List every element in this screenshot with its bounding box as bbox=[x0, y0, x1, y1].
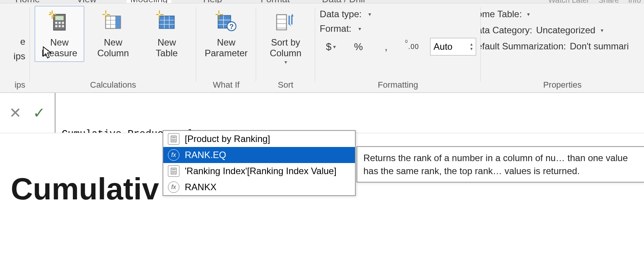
svg-rect-23 bbox=[116, 16, 121, 28]
ribbon-group-properties: Home Table: ▾ Data Category: Uncategoriz… bbox=[481, 3, 644, 92]
relationships-button-fragment-2[interactable]: ips bbox=[13, 51, 25, 62]
sort-group-label: Sort bbox=[278, 80, 293, 90]
ribbon-group-relationships: e ips ips bbox=[0, 3, 30, 92]
format-label: Format: bbox=[320, 23, 352, 34]
svg-point-65 bbox=[174, 172, 175, 173]
tab-help[interactable]: Help bbox=[203, 0, 222, 3]
svg-line-5 bbox=[53, 15, 54, 17]
new-column-button[interactable]: New Column bbox=[88, 6, 138, 62]
tab-format[interactable]: Format bbox=[261, 0, 290, 3]
svg-point-53 bbox=[173, 139, 174, 140]
tab-view[interactable]: View bbox=[77, 0, 97, 3]
ribbon-group-whatif: ? New Parameter What If bbox=[196, 3, 256, 92]
svg-point-56 bbox=[173, 140, 174, 141]
sparkle-icon bbox=[101, 10, 111, 20]
tab-home[interactable]: Home bbox=[15, 0, 40, 3]
calculator-icon bbox=[47, 10, 72, 34]
new-table-button[interactable]: New Table bbox=[142, 6, 192, 62]
svg-rect-13 bbox=[62, 25, 64, 27]
home-table-dropdown[interactable]: ▾ bbox=[527, 11, 530, 17]
decimal-places-input[interactable]: ▲ ▼ bbox=[430, 38, 476, 55]
function-icon: fx bbox=[168, 181, 179, 193]
format-dropdown[interactable]: ▾ bbox=[358, 26, 361, 32]
svg-rect-12 bbox=[59, 25, 61, 27]
intellisense-item[interactable]: [Product by Ranking] bbox=[163, 131, 355, 147]
formula-input[interactable]: Cumulative Product Sales = VAR IndexRank… bbox=[55, 93, 644, 133]
ribbon: e ips ips New Measure bbox=[0, 3, 644, 93]
sparkle-icon bbox=[47, 10, 57, 20]
column-icon bbox=[101, 10, 125, 34]
decimal-places-field[interactable] bbox=[430, 38, 467, 55]
svg-point-54 bbox=[174, 139, 175, 140]
default-summarization-label: Default Summarization: bbox=[481, 41, 566, 52]
properties-group-label: Properties bbox=[543, 80, 582, 90]
default-summarization-value[interactable]: Don't summari bbox=[570, 41, 629, 52]
intellisense-item-label: RANKX bbox=[185, 182, 217, 193]
svg-point-62 bbox=[174, 171, 175, 172]
sparkle-icon bbox=[214, 10, 224, 20]
new-parameter-label: New Parameter bbox=[205, 37, 248, 58]
svg-rect-9 bbox=[59, 22, 61, 24]
thousands-separator-button[interactable]: , bbox=[375, 38, 397, 55]
calculations-group-label: Calculations bbox=[90, 80, 136, 90]
svg-point-52 bbox=[172, 139, 173, 140]
svg-point-57 bbox=[174, 140, 175, 141]
svg-marker-48 bbox=[291, 14, 294, 16]
formatting-group-label: Formatting bbox=[378, 80, 418, 90]
svg-rect-51 bbox=[172, 137, 176, 138]
svg-line-4 bbox=[50, 12, 51, 14]
tab-data-drill[interactable]: Data / Drill bbox=[322, 0, 365, 3]
decimal-up-button[interactable]: ▲ bbox=[467, 42, 476, 46]
new-column-label: New Column bbox=[97, 37, 129, 58]
intellisense-item-label: 'Ranking Index'[Ranking Index Value] bbox=[185, 166, 337, 176]
home-table-label: Home Table: bbox=[481, 9, 522, 20]
data-type-dropdown[interactable]: ▾ bbox=[368, 11, 371, 17]
video-info[interactable]: Info bbox=[628, 0, 641, 3]
svg-text:?: ? bbox=[229, 23, 233, 31]
svg-rect-59 bbox=[172, 169, 176, 170]
chevron-down-icon: ▾ bbox=[333, 44, 336, 50]
svg-point-60 bbox=[172, 171, 173, 172]
intellisense-item[interactable]: fxRANK.EQ bbox=[163, 147, 355, 163]
page-title: Cumulativ bbox=[11, 171, 159, 207]
data-category-label: Data Category: bbox=[481, 25, 532, 36]
new-parameter-button[interactable]: ? New Parameter bbox=[201, 6, 251, 62]
svg-rect-8 bbox=[55, 22, 57, 24]
data-type-label: Data type: bbox=[320, 9, 361, 20]
intellisense-item-label: RANK.EQ bbox=[185, 150, 226, 160]
ribbon-group-formatting: Data type: ▾ Format: ▾ $▾ % , 0 .00 bbox=[315, 3, 481, 92]
data-category-dropdown[interactable]: ▾ bbox=[601, 27, 603, 33]
new-measure-button[interactable]: New Measure bbox=[34, 6, 84, 62]
svg-rect-43 bbox=[277, 15, 287, 30]
tab-modeling[interactable]: Modeling bbox=[127, 0, 171, 3]
decimal-places-icon: 0 .00 bbox=[402, 38, 425, 55]
video-watch-later[interactable]: Watch Later bbox=[548, 0, 589, 3]
formula-cancel-button[interactable]: ✕ bbox=[9, 106, 21, 120]
calculator-small-icon bbox=[168, 133, 179, 145]
formula-accept-button[interactable]: ✓ bbox=[33, 106, 45, 120]
ribbon-tabs-row: Home View Modeling Help Format Data / Dr… bbox=[0, 0, 644, 3]
new-table-label: New Table bbox=[156, 37, 177, 58]
svg-point-61 bbox=[173, 171, 174, 172]
video-overlay-controls: Watch Later Share Info bbox=[548, 0, 641, 3]
svg-point-64 bbox=[173, 172, 174, 173]
formula-bar: ✕ ✓ Cumulative Product Sales = VAR Index… bbox=[0, 93, 644, 133]
relationships-button-fragment-1[interactable]: e bbox=[20, 36, 25, 47]
percent-format-button[interactable]: % bbox=[347, 38, 370, 55]
decimal-down-button[interactable]: ▼ bbox=[467, 47, 476, 51]
chevron-down-icon: ▾ bbox=[284, 59, 287, 65]
ribbon-group-calculations: New Measure New Column New T bbox=[30, 3, 196, 92]
intellisense-popup: [Product by Ranking]fxRANK.EQ'Ranking In… bbox=[163, 130, 356, 196]
parameter-icon: ? bbox=[214, 10, 238, 34]
relationships-group-label: ips bbox=[15, 80, 25, 90]
intellisense-item[interactable]: fxRANKX bbox=[163, 179, 355, 195]
video-share[interactable]: Share bbox=[598, 0, 619, 3]
svg-rect-10 bbox=[62, 22, 64, 24]
intellisense-item[interactable]: 'Ranking Index'[Ranking Index Value] bbox=[163, 163, 355, 179]
sort-by-column-button[interactable]: Sort by Column ▾ bbox=[261, 6, 310, 69]
svg-marker-47 bbox=[288, 24, 291, 26]
new-measure-label: New Measure bbox=[41, 37, 77, 58]
sort-by-column-label: Sort by Column bbox=[270, 37, 302, 58]
data-category-value[interactable]: Uncategorized bbox=[536, 25, 595, 36]
currency-format-button[interactable]: $▾ bbox=[320, 38, 342, 55]
